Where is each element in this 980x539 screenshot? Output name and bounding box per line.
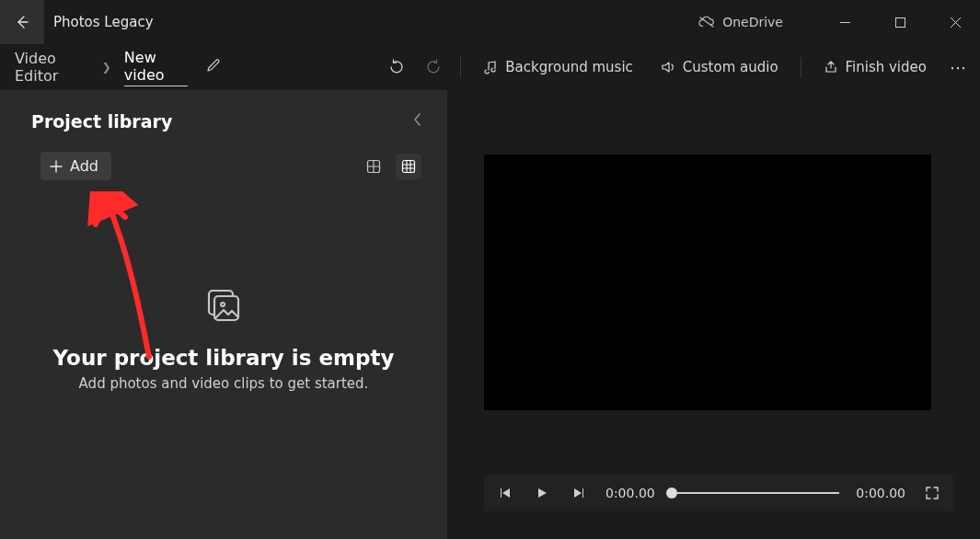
breadcrumb: Video Editor ❯ New video [15,49,226,86]
video-preview [484,155,931,410]
app-title: Photos Legacy [44,0,698,44]
player-controls: 0:00.00 0:00.00 [484,475,953,511]
step-forward-icon [572,487,585,499]
titlebar: Photos Legacy OneDrive [0,0,980,44]
redo-icon [425,59,442,75]
more-button[interactable]: ⋯ [945,52,973,83]
library-empty-state: Your project library is empty Add photos… [0,186,447,539]
separator [801,57,801,77]
close-button[interactable] [934,7,976,37]
music-icon [483,60,498,75]
speaker-icon [661,60,675,75]
svg-rect-0 [895,17,905,27]
grid-large-icon [366,159,381,174]
view-large-button[interactable] [361,154,386,179]
collapse-library-button[interactable] [407,107,429,135]
view-small-button[interactable] [396,154,421,179]
next-frame-button[interactable] [569,483,589,503]
custom-audio-label: Custom audio [683,59,778,75]
play-button[interactable] [532,483,552,503]
redo-button[interactable] [420,52,447,83]
project-name: New video [124,49,189,86]
chevron-right-icon: ❯ [102,61,111,74]
seek-track[interactable] [672,492,840,494]
undo-button[interactable] [383,52,410,83]
empty-subtitle: Add photos and video clips to get starte… [79,375,369,392]
export-icon [824,60,838,75]
finish-video-label: Finish video [846,59,927,75]
player-current-time: 0:00.00 [605,486,655,500]
breadcrumb-video-editor[interactable]: Video Editor [15,50,89,85]
toolbar: Video Editor ❯ New video Background musi… [0,44,980,90]
pencil-icon [206,58,221,73]
svg-rect-2 [403,160,415,172]
maximize-button[interactable] [879,7,921,37]
custom-audio-button[interactable]: Custom audio [651,53,788,81]
onedrive-label: OneDrive [722,15,783,29]
step-back-icon [499,487,512,499]
prev-frame-button[interactable] [495,483,515,503]
fullscreen-icon [925,486,940,500]
empty-title: Your project library is empty [53,346,395,370]
minimize-button[interactable] [824,7,866,37]
rename-button[interactable] [201,52,226,82]
grid-small-icon [401,159,416,174]
photos-stack-icon [203,287,244,331]
close-icon [951,17,961,28]
plus-icon [50,160,63,173]
play-icon [536,487,548,499]
arrow-left-icon [15,15,29,29]
separator [460,57,461,77]
project-library-title: Project library [31,111,172,132]
background-music-label: Background music [505,59,633,75]
more-icon: ⋯ [950,58,968,77]
minimize-icon [840,17,850,28]
cloud-off-icon [698,16,715,29]
preview-pane: 0:00.00 0:00.00 [447,90,980,539]
background-music-button[interactable]: Background music [474,53,642,81]
finish-video-button[interactable]: Finish video [814,53,936,81]
add-button[interactable]: Add [40,152,111,180]
fullscreen-button[interactable] [922,483,942,503]
chevron-left-icon [412,113,423,126]
onedrive-indicator[interactable]: OneDrive [698,15,783,29]
undo-icon [388,59,405,75]
back-button[interactable] [0,0,44,44]
project-library-panel: Project library Add [0,90,447,539]
maximize-icon [895,17,905,28]
add-label: Add [70,157,98,175]
player-total-time: 0:00.00 [856,486,905,500]
